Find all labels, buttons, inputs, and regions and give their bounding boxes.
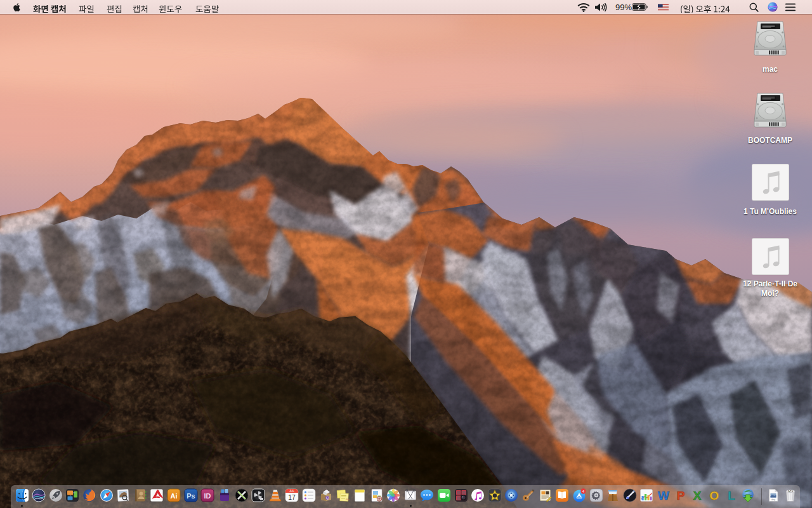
svg-text:17: 17: [288, 493, 296, 501]
svg-text:JUL: JUL: [289, 490, 294, 493]
svg-text:Q: Q: [326, 496, 329, 500]
svg-text:Ps: Ps: [187, 492, 195, 500]
svg-text:L: L: [728, 489, 735, 502]
svg-text:ID: ID: [204, 492, 211, 500]
svg-text:O: O: [710, 489, 719, 502]
svg-text:W: W: [658, 489, 669, 502]
svg-text:P: P: [677, 489, 685, 502]
svg-text:Ai: Ai: [171, 492, 178, 500]
svg-text:dmg: dmg: [771, 498, 775, 501]
svg-text:X: X: [693, 489, 702, 502]
svg-text:Plan: Plan: [346, 498, 350, 501]
